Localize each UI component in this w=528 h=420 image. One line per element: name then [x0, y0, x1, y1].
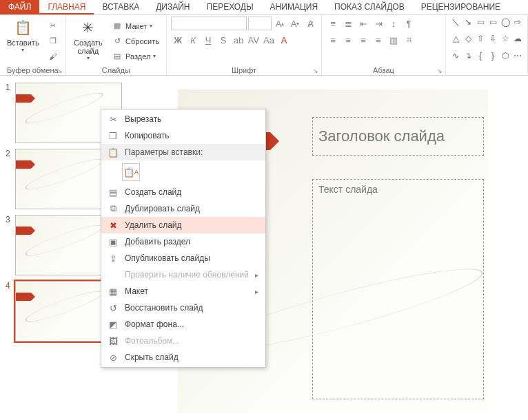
numbering-button[interactable]: ≣ [341, 17, 355, 30]
group-font-label: Шрифт [232, 66, 256, 74]
duplicate-icon: ⧉ [105, 202, 121, 215]
delete-icon: ✖ [105, 219, 121, 231]
title-placeholder[interactable]: Заголовок слайда [312, 117, 484, 156]
dialog-launcher-icon[interactable]: ↘ [57, 67, 63, 74]
increase-font-button[interactable]: A▴ [273, 17, 287, 30]
ctx-delete[interactable]: ✖Удалить слайд [101, 217, 265, 233]
cut-button[interactable]: ✂ [45, 19, 61, 33]
slide-number: 1 [6, 83, 15, 92]
ctx-format-bg[interactable]: ◩Формат фона... [101, 316, 265, 333]
ctx-hide[interactable]: ⊘Скрыть слайд [101, 349, 265, 366]
tab-file[interactable]: ФАЙЛ [0, 0, 39, 14]
paste-icon: 📋 [13, 18, 32, 37]
group-slides: ✳ Создать слайд ▾ ▦Макет▾ ↺Сбросить ▤Раз… [66, 15, 167, 75]
underline-button[interactable]: Ч [201, 33, 215, 47]
layout-button[interactable]: ▦Макет▾ [109, 19, 162, 33]
ctx-copy[interactable]: ❐Копировать [101, 127, 265, 144]
reset-icon: ↺ [112, 36, 123, 47]
shapes-gallery[interactable]: ＼↘▭▭◯⇨ △◇⇧⇩☆☁ ∿↴{}⬡⋯ [450, 17, 523, 65]
justify-button[interactable]: ≡ [372, 33, 385, 47]
scissors-icon: ✂ [105, 113, 121, 125]
rect-shape-icon: ▭ [475, 17, 486, 28]
line-shape-icon: ＼ [450, 17, 461, 28]
bullets-button[interactable]: ≡ [326, 17, 340, 30]
ctx-cut[interactable]: ✂Вырезать [101, 111, 265, 127]
shadow-button[interactable]: ab [232, 33, 245, 47]
copy-button[interactable]: ❐ [45, 34, 61, 48]
hide-slide-icon: ⊘ [105, 351, 121, 364]
ctx-photo-album: 🖼Фотоальбом... [101, 333, 265, 349]
text-direction-button[interactable]: ¶ [402, 17, 416, 30]
line-spacing-button[interactable]: ↕ [387, 17, 400, 30]
group-slides-label: Слайды [102, 66, 130, 74]
context-menu: ✂Вырезать ❐Копировать 📋Параметры вставки… [101, 109, 266, 368]
chevron-right-icon: ▸ [255, 288, 258, 295]
format-painter-button[interactable]: 🖌 [45, 50, 61, 63]
align-right-button[interactable]: ≡ [356, 33, 370, 47]
clipboard-icon: 📋 [105, 146, 121, 158]
group-paragraph: ≡ ≣ ⇤ ⇥ ↕ ¶ ≡ ≡ ≡ ≡ ▥ ⌗ Абзац↘ [322, 15, 446, 75]
reset-button[interactable]: ↺Сбросить [109, 34, 162, 48]
arrow-block-icon: ⇨ [512, 17, 523, 28]
arrow-shape-icon: ⇧ [475, 33, 486, 44]
ctx-paste-options: 📋A [101, 160, 265, 184]
tab-home[interactable]: ГЛАВНАЯ [39, 0, 94, 14]
smartart-button[interactable]: ⌗ [402, 33, 416, 47]
ctx-add-section[interactable]: ▣Добавить раздел [101, 233, 265, 250]
star-shape-icon: ☆ [500, 33, 511, 44]
ctx-check-updates: Проверить наличие обновлений▸ [101, 266, 265, 283]
format-bg-icon: ◩ [105, 318, 121, 330]
char-spacing-button[interactable]: AV [247, 33, 261, 47]
ctx-new-slide[interactable]: ▤Создать слайд [101, 184, 265, 200]
tab-transitions[interactable]: ПЕРЕХОДЫ [199, 0, 262, 14]
copy-icon: ❐ [48, 36, 59, 47]
bold-button[interactable]: Ж [171, 33, 185, 47]
align-center-button[interactable]: ≡ [341, 33, 355, 47]
dialog-launcher-icon[interactable]: ↘ [437, 67, 443, 74]
paste-button[interactable]: 📋 Вставить ▾ [4, 17, 42, 65]
clear-format-button[interactable]: A̷ [303, 17, 317, 30]
columns-button[interactable]: ▥ [387, 33, 400, 47]
dialog-launcher-icon[interactable]: ↘ [313, 67, 318, 74]
tab-slideshow[interactable]: ПОКАЗ СЛАЙДОВ [326, 0, 413, 14]
arrow-shape-icon: ↘ [463, 17, 474, 28]
ctx-publish[interactable]: ⇪Опубликовать слайды [101, 250, 265, 266]
section-icon: ▤ [112, 51, 123, 62]
section-button[interactable]: ▤Раздел▾ [109, 50, 162, 63]
group-paragraph-label: Абзац [373, 66, 394, 74]
decrease-indent-button[interactable]: ⇤ [356, 17, 370, 30]
tab-design[interactable]: ДИЗАЙН [148, 0, 198, 14]
rect-shape-icon: ▭ [487, 17, 498, 28]
font-size-combo[interactable] [248, 17, 272, 30]
brush-icon: 🖌 [48, 51, 59, 62]
oval-shape-icon: ◯ [500, 17, 511, 28]
strike-button[interactable]: S [216, 33, 230, 47]
triangle-shape-icon: △ [450, 33, 461, 44]
group-drawing: ＼↘▭▭◯⇨ △◇⇧⇩☆☁ ∿↴{}⬡⋯ [446, 15, 528, 75]
ctx-duplicate[interactable]: ⧉Дублировать слайд [101, 200, 265, 217]
new-slide-button[interactable]: ✳ Создать слайд ▾ [70, 17, 106, 65]
font-color-button[interactable]: A [277, 33, 291, 47]
chevron-down-icon: ▾ [21, 47, 24, 53]
brace-shape-icon: } [487, 50, 498, 61]
increase-indent-button[interactable]: ⇥ [372, 17, 385, 30]
publish-icon: ⇪ [105, 252, 121, 264]
tab-insert[interactable]: ВСТАВКА [94, 0, 148, 14]
section-icon: ▣ [105, 235, 121, 248]
ribbon-tabs: ФАЙЛ ГЛАВНАЯ ВСТАВКА ДИЗАЙН ПЕРЕХОДЫ АНИ… [0, 0, 528, 15]
group-clipboard-label: Буфер обмена [7, 66, 59, 74]
update-icon [105, 269, 121, 281]
decrease-font-button[interactable]: A▾ [288, 17, 302, 30]
change-case-button[interactable]: Aa [262, 33, 276, 47]
font-name-combo[interactable] [171, 17, 247, 30]
chevron-right-icon: ▸ [255, 271, 258, 279]
paste-keep-formatting-button[interactable]: 📋A [122, 163, 140, 181]
tab-animation[interactable]: АНИМАЦИЯ [262, 0, 326, 14]
tab-review[interactable]: РЕЦЕНЗИРОВАНИЕ [413, 0, 509, 14]
photo-album-icon: 🖼 [105, 335, 121, 347]
italic-button[interactable]: К [186, 33, 200, 47]
body-placeholder[interactable]: Текст слайда [312, 179, 484, 399]
ctx-layout[interactable]: ▦Макет▸ [101, 283, 265, 300]
ctx-restore[interactable]: ↺Восстановить слайд [101, 300, 265, 316]
align-left-button[interactable]: ≡ [326, 33, 340, 47]
